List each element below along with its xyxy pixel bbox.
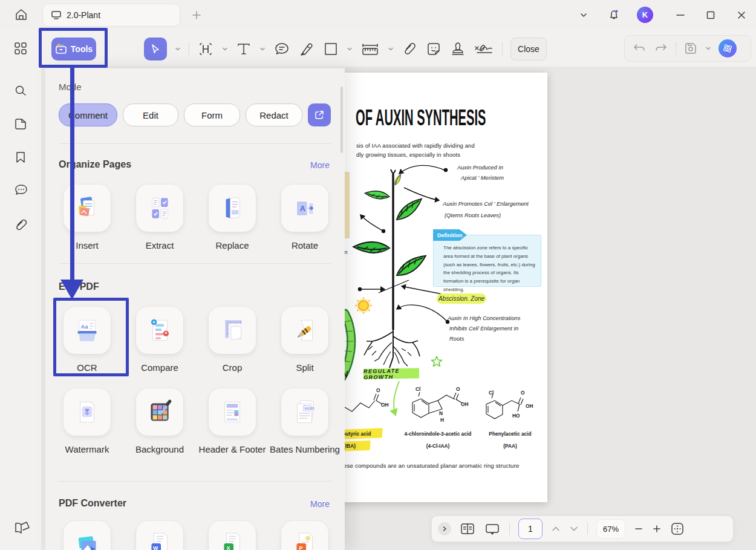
two-page-view-icon[interactable] xyxy=(460,522,475,536)
regulate-growth-highlight: REGULATE GROWTH xyxy=(363,368,419,379)
image-converter-icon xyxy=(64,521,111,550)
sticker-tool-button[interactable] xyxy=(425,41,442,57)
close-window-button[interactable] xyxy=(732,6,751,24)
fit-screen-icon[interactable] xyxy=(670,522,685,536)
tab-display-icon xyxy=(51,11,61,19)
tool-extract[interactable]: Extract xyxy=(123,185,196,252)
tool-label: Insert xyxy=(76,240,99,252)
tool-pdf-to-word[interactable]: W xyxy=(123,521,196,550)
ai-assistant-button[interactable] xyxy=(719,39,737,57)
tool-header-footer[interactable]: Header & Footer xyxy=(196,388,269,456)
annotation-produced-2: Apicat ' Meristem xyxy=(461,175,504,181)
tool-replace[interactable]: Replace xyxy=(196,185,269,252)
avatar[interactable]: K xyxy=(637,7,653,23)
chem-atom-label: OH xyxy=(526,403,533,409)
tool-insert[interactable]: Insert xyxy=(51,185,123,252)
previous-page-icon[interactable] xyxy=(551,525,561,532)
signature-tool-button[interactable] xyxy=(474,41,494,57)
tool-pdf-to-excel[interactable]: X xyxy=(196,521,269,550)
tool-rotate[interactable]: A Rotate xyxy=(269,185,341,252)
converter-more-link[interactable]: More xyxy=(310,499,330,509)
ocr-highlight-rectangle xyxy=(53,298,129,376)
watermark-icon xyxy=(64,388,111,436)
home-button[interactable] xyxy=(12,5,30,24)
panel-divider xyxy=(59,263,331,264)
bookmarks-icon[interactable] xyxy=(13,150,29,166)
pdf-page[interactable]: O OH N H Cl O OH N H Cl O OH HO OF AUXIN… xyxy=(336,73,547,502)
page-thumbnails-icon[interactable] xyxy=(13,117,29,133)
apps-grid-icon[interactable] xyxy=(13,41,29,57)
document-title: OF AUXIN SYNTHESIS xyxy=(356,105,486,131)
compare-icon xyxy=(136,307,183,354)
chem-atom-label: O xyxy=(376,387,380,393)
chem-atom-label: OH xyxy=(381,402,389,408)
svg-text:A: A xyxy=(300,205,305,213)
measure-tool-button[interactable] xyxy=(360,41,380,57)
pencil-tool-button[interactable] xyxy=(298,41,315,57)
save-icon[interactable] xyxy=(683,41,698,56)
reading-mode-icon[interactable] xyxy=(13,520,29,536)
mode-comment-button[interactable]: Comment xyxy=(59,103,117,126)
comments-icon[interactable] xyxy=(13,183,29,198)
document-tab[interactable]: 2.0-Plant xyxy=(42,4,180,27)
tool-pdf-to-image[interactable] xyxy=(51,521,123,550)
close-toolbar-button[interactable]: Close xyxy=(510,38,547,61)
organize-more-link[interactable]: More xyxy=(310,160,330,170)
redo-icon[interactable] xyxy=(654,42,668,55)
select-tool-button[interactable] xyxy=(144,38,167,61)
search-icon[interactable] xyxy=(13,83,29,99)
zoom-out-icon[interactable] xyxy=(634,524,644,534)
stamp-tool-button[interactable] xyxy=(450,41,466,57)
highlight-chevron-icon[interactable] xyxy=(222,47,228,51)
tool-compare[interactable]: Compare xyxy=(123,307,196,374)
tool-crop[interactable]: Crop xyxy=(196,307,269,374)
presentation-mode-icon[interactable] xyxy=(484,522,501,536)
annotation-promotes-1: Auxin Promotes Cel ' Enlargement xyxy=(443,201,529,207)
panel-scrollbar[interactable] xyxy=(341,87,343,153)
chevron-down-icon[interactable] xyxy=(575,6,593,24)
notifications-bell-icon[interactable] xyxy=(605,5,623,24)
expand-nav-button[interactable] xyxy=(438,522,451,535)
select-tool-chevron-icon[interactable] xyxy=(175,47,181,51)
external-link-icon xyxy=(314,110,325,120)
word-converter-icon: W xyxy=(136,521,183,550)
tool-split[interactable]: Split xyxy=(269,307,341,374)
replace-icon xyxy=(209,185,256,232)
expand-mode-button[interactable] xyxy=(308,103,331,126)
next-page-icon[interactable] xyxy=(569,525,579,532)
new-tab-button[interactable] xyxy=(187,6,206,24)
highlight-tool-button[interactable] xyxy=(197,41,214,57)
comment-tool-button[interactable] xyxy=(273,41,290,57)
zoom-level[interactable]: 67% xyxy=(596,519,625,539)
page-navigation-bar: 67% xyxy=(431,516,734,542)
shape-tool-button[interactable] xyxy=(323,41,339,57)
ppt-converter-icon: P xyxy=(281,521,328,550)
save-chevron-icon[interactable] xyxy=(705,46,711,51)
tool-label: Crop xyxy=(223,362,243,374)
shape-chevron-icon[interactable] xyxy=(347,47,353,51)
attachments-icon[interactable] xyxy=(13,217,29,232)
maximize-button[interactable] xyxy=(702,6,720,24)
zoom-in-icon[interactable] xyxy=(652,524,662,534)
minimize-button[interactable] xyxy=(671,6,689,24)
page-number-input[interactable] xyxy=(518,519,543,539)
text-tool-button[interactable] xyxy=(236,41,252,57)
attach-tool-button[interactable] xyxy=(402,41,417,57)
tool-pdf-to-ppt[interactable]: P xyxy=(269,521,341,550)
mode-redact-button[interactable]: Redact xyxy=(246,103,302,126)
annotation-inhibits-2: Inhibits Cel/ Enlargement In xyxy=(449,326,518,332)
mode-form-button[interactable]: Form xyxy=(184,103,240,126)
tool-label: Extract xyxy=(146,240,174,252)
tool-label: Rotate xyxy=(292,240,318,252)
bottombar-divider xyxy=(587,523,588,535)
excel-converter-icon: X xyxy=(209,521,256,550)
tab-title: 2.0-Plant xyxy=(67,10,100,20)
edit-tools-row-2: Watermark Background xyxy=(51,388,341,456)
undo-icon[interactable] xyxy=(632,42,647,55)
mode-edit-button[interactable]: Edit xyxy=(123,103,178,126)
measure-chevron-icon[interactable] xyxy=(388,47,394,51)
tool-bates-numbering[interactable]: 000123 Bates Numbering xyxy=(269,388,341,456)
tool-background[interactable]: Background xyxy=(123,388,196,456)
text-chevron-icon[interactable] xyxy=(259,47,266,51)
tool-watermark[interactable]: Watermark xyxy=(51,388,123,456)
